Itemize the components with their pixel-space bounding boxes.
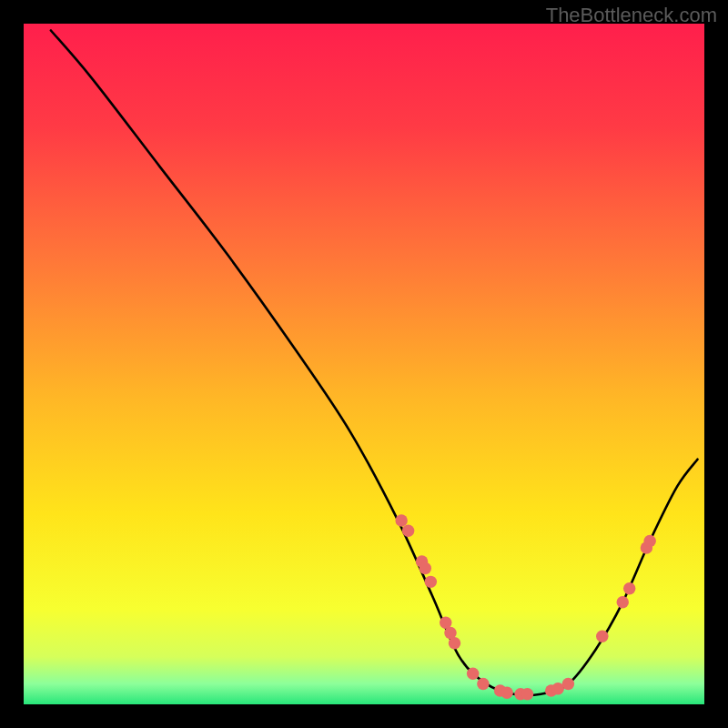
watermark-text: TheBottleneck.com bbox=[546, 4, 717, 27]
data-markers bbox=[395, 514, 655, 700]
data-marker bbox=[562, 678, 574, 690]
data-marker bbox=[596, 630, 608, 642]
chart-frame bbox=[24, 24, 704, 704]
bottleneck-curve-plot bbox=[24, 24, 704, 704]
data-marker bbox=[449, 637, 460, 649]
data-marker bbox=[467, 668, 479, 680]
data-marker bbox=[477, 678, 489, 690]
data-marker bbox=[500, 687, 512, 699]
data-marker bbox=[420, 562, 431, 574]
data-marker bbox=[425, 576, 437, 588]
data-marker bbox=[521, 688, 533, 700]
data-marker bbox=[623, 582, 635, 594]
data-marker bbox=[402, 525, 414, 537]
data-marker bbox=[395, 514, 407, 526]
data-marker bbox=[643, 535, 655, 547]
curve-line bbox=[51, 30, 698, 695]
data-marker bbox=[617, 596, 629, 608]
